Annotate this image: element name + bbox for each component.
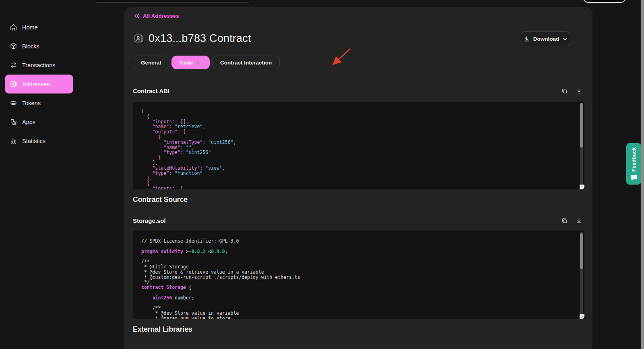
sidebar-item-label: Apps (22, 119, 35, 125)
code-line: /** (141, 259, 576, 264)
title-row: 0x13...b783 Contract (134, 32, 251, 45)
storage-code: // SPDX-License-Identifier: GPL-3.0 prag… (141, 239, 576, 319)
coin-icon (10, 99, 17, 107)
feedback-label: Feedback (631, 147, 637, 172)
sidebar-item-label: Tokens (22, 100, 41, 106)
code-line (141, 290, 576, 295)
check-icon (196, 60, 202, 65)
code-line: "type": "function" (141, 171, 576, 176)
tab-contract-interaction[interactable]: Contract Interaction (212, 56, 280, 69)
storage-resize-grip[interactable] (580, 314, 584, 319)
code-line: uint256 number; (141, 295, 576, 301)
code-line (141, 254, 576, 259)
apps-grid-icon (10, 118, 17, 126)
double-chevron-left-icon (134, 13, 140, 19)
storage-scrollbar-thumb[interactable] (580, 233, 583, 269)
sidebar-item-label: Statistics (22, 138, 45, 144)
code-line: } (141, 155, 576, 160)
transfer-arrows-icon (10, 61, 17, 69)
sidebar-item-label: Addresses (22, 81, 50, 87)
tab-label: Contract Interaction (220, 60, 272, 66)
bar-chart-icon (10, 137, 17, 145)
contract-abi-header: Contract ABI (133, 87, 584, 94)
annotation-arrow (326, 44, 358, 69)
sidebar-item-label: Transactions (22, 62, 55, 69)
code-line: }, (141, 176, 576, 181)
resize-grip-icon (580, 315, 584, 318)
contract-abi-title: Contract ABI (133, 87, 169, 94)
file-name: Storage.sol (133, 217, 166, 224)
main-panel: All Addresses 0x13...b783 Contract Downl… (124, 7, 592, 349)
page-scrollbar[interactable] (641, 0, 644, 349)
wallet-button-partial[interactable] (582, 0, 627, 3)
external-libraries-heading: External Libraries (133, 325, 192, 334)
tab-label: General (141, 60, 161, 66)
page-title: 0x13...b783 Contract (149, 32, 251, 45)
code-line: contract Storage { (141, 285, 576, 290)
chevron-down-icon (563, 37, 568, 41)
download-icon (524, 36, 530, 42)
abi-scrollbar-track[interactable] (580, 103, 583, 188)
sidebar-item-addresses[interactable]: Addresses (5, 75, 73, 93)
storage-scrollbar-track[interactable] (580, 232, 583, 318)
code-line: { (141, 114, 576, 119)
sidebar: Home Blocks Transactions Addresses Token… (0, 0, 124, 349)
copy-icon[interactable] (561, 88, 568, 94)
download-button[interactable]: Download (521, 31, 570, 46)
tab-code[interactable]: Code (171, 56, 210, 69)
resize-grip-icon (580, 185, 584, 189)
code-line: "inputs": [ (141, 186, 576, 189)
code-line: "outputs": [ (141, 129, 576, 135)
code-line: pragma solidity >=0.8.2 <0.9.0; (141, 249, 576, 254)
code-line: "name": "retrieve", (141, 124, 576, 129)
code-line: * @param num value to store (141, 316, 576, 319)
sidebar-item-home[interactable]: Home (5, 18, 73, 37)
code-line (141, 301, 576, 306)
contract-source-heading: Contract Source (133, 195, 188, 204)
sidebar-item-label: Blocks (22, 43, 39, 50)
download-icon[interactable] (576, 88, 582, 94)
sidebar-item-transactions[interactable]: Transactions (5, 56, 73, 75)
tab-label: Code (180, 60, 193, 66)
code-line: * @custom:dev-run-script ./scripts/deplo… (141, 275, 576, 280)
sidebar-item-tokens[interactable]: Tokens (5, 93, 73, 112)
code-line: { (141, 181, 576, 186)
contact-card-icon (10, 80, 17, 88)
code-line: // SPDX-License-Identifier: GPL-3.0 (141, 239, 576, 244)
abi-scrollbar-thumb[interactable] (580, 103, 583, 147)
sidebar-item-apps[interactable]: Apps (5, 112, 73, 131)
sidebar-item-statistics[interactable]: Statistics (5, 131, 73, 150)
feedback-chat-icon (631, 174, 637, 181)
home-icon (10, 23, 17, 31)
back-link-label: All Addresses (143, 13, 179, 19)
abi-code: [ { "inputs": [], "name": "retrieve", "o… (141, 109, 576, 189)
download-icon[interactable] (576, 218, 582, 224)
sidebar-item-blocks[interactable]: Blocks (5, 37, 73, 56)
abi-resize-grip[interactable] (580, 185, 584, 189)
abi-code-block[interactable]: [ { "inputs": [], "name": "retrieve", "o… (133, 102, 584, 189)
download-button-label: Download (533, 36, 559, 42)
cube-icon (10, 42, 17, 50)
sidebar-item-label: Home (22, 24, 38, 31)
storage-file-header: Storage.sol (133, 217, 584, 224)
code-line: "type": "uint256" (141, 150, 576, 155)
tab-general[interactable]: General (133, 56, 169, 69)
copy-icon[interactable] (561, 218, 568, 224)
code-line: "inputs": [], (141, 119, 576, 125)
code-line: [ (141, 109, 576, 114)
storage-code-block[interactable]: // SPDX-License-Identifier: GPL-3.0 prag… (133, 231, 584, 319)
tab-bar: General Code Contract Interaction (133, 56, 280, 69)
code-line: "internalType": "uint256", (141, 140, 576, 145)
contract-icon (134, 33, 144, 44)
code-line: */ (141, 280, 576, 285)
feedback-button[interactable]: Feedback (626, 143, 641, 185)
code-line: "stateMutability": "view", (141, 166, 576, 171)
back-link[interactable]: All Addresses (134, 13, 179, 19)
